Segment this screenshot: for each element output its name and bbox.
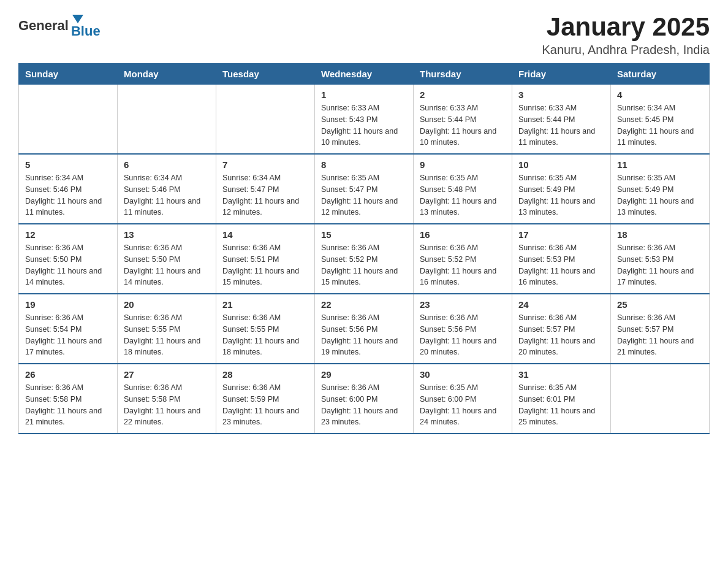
calendar-cell: 31Sunrise: 6:35 AMSunset: 6:01 PMDayligh…: [512, 364, 611, 434]
day-info: Sunrise: 6:35 AMSunset: 5:49 PMDaylight:…: [518, 172, 604, 218]
day-number: 27: [124, 369, 210, 380]
calendar-cell: 21Sunrise: 6:36 AMSunset: 5:55 PMDayligh…: [216, 294, 315, 364]
day-number: 7: [222, 159, 308, 170]
day-info: Sunrise: 6:36 AMSunset: 5:55 PMDaylight:…: [222, 312, 308, 358]
day-info: Sunrise: 6:35 AMSunset: 5:49 PMDaylight:…: [617, 172, 703, 218]
day-info: Sunrise: 6:36 AMSunset: 5:50 PMDaylight:…: [124, 242, 210, 288]
calendar-week-row: 19Sunrise: 6:36 AMSunset: 5:54 PMDayligh…: [19, 294, 710, 364]
calendar-cell: 14Sunrise: 6:36 AMSunset: 5:51 PMDayligh…: [216, 224, 315, 294]
title-block: January 2025 Kanuru, Andhra Pradesh, Ind…: [542, 12, 710, 57]
day-info: Sunrise: 6:36 AMSunset: 5:52 PMDaylight:…: [321, 242, 407, 288]
calendar-cell: 18Sunrise: 6:36 AMSunset: 5:53 PMDayligh…: [611, 224, 710, 294]
day-info: Sunrise: 6:36 AMSunset: 5:55 PMDaylight:…: [124, 312, 210, 358]
day-number: 21: [222, 299, 308, 310]
calendar-cell: [118, 85, 216, 155]
calendar-cell: [216, 85, 315, 155]
day-info: Sunrise: 6:36 AMSunset: 5:56 PMDaylight:…: [321, 312, 407, 358]
day-info: Sunrise: 6:33 AMSunset: 5:44 PMDaylight:…: [420, 102, 506, 148]
calendar-cell: [19, 85, 118, 155]
day-number: 12: [25, 229, 111, 240]
day-number: 3: [518, 90, 604, 100]
calendar-cell: 24Sunrise: 6:36 AMSunset: 5:57 PMDayligh…: [512, 294, 611, 364]
day-number: 23: [420, 299, 506, 310]
calendar-cell: 2Sunrise: 6:33 AMSunset: 5:44 PMDaylight…: [414, 85, 512, 155]
day-number: 16: [420, 229, 506, 240]
calendar-cell: 30Sunrise: 6:35 AMSunset: 6:00 PMDayligh…: [414, 364, 512, 434]
calendar-cell: 9Sunrise: 6:35 AMSunset: 5:48 PMDaylight…: [414, 154, 512, 224]
calendar-table: SundayMondayTuesdayWednesdayThursdayFrid…: [18, 63, 710, 434]
calendar-cell: 12Sunrise: 6:36 AMSunset: 5:50 PMDayligh…: [19, 224, 118, 294]
calendar-cell: 13Sunrise: 6:36 AMSunset: 5:50 PMDayligh…: [118, 224, 216, 294]
day-number: 9: [420, 159, 506, 170]
day-info: Sunrise: 6:36 AMSunset: 5:53 PMDaylight:…: [518, 242, 604, 288]
logo: General Blue: [18, 12, 100, 39]
day-info: Sunrise: 6:36 AMSunset: 5:56 PMDaylight:…: [420, 312, 506, 358]
calendar-cell: 8Sunrise: 6:35 AMSunset: 5:47 PMDaylight…: [315, 154, 414, 224]
day-number: 22: [321, 299, 407, 310]
weekday-header: Thursday: [414, 64, 512, 85]
day-number: 1: [321, 90, 407, 100]
day-info: Sunrise: 6:34 AMSunset: 5:47 PMDaylight:…: [222, 172, 308, 218]
day-info: Sunrise: 6:33 AMSunset: 5:43 PMDaylight:…: [321, 102, 407, 148]
day-info: Sunrise: 6:35 AMSunset: 5:48 PMDaylight:…: [420, 172, 506, 218]
day-info: Sunrise: 6:36 AMSunset: 5:57 PMDaylight:…: [518, 312, 604, 358]
day-info: Sunrise: 6:36 AMSunset: 5:52 PMDaylight:…: [420, 242, 506, 288]
day-info: Sunrise: 6:34 AMSunset: 5:46 PMDaylight:…: [25, 172, 111, 218]
day-number: 19: [25, 299, 111, 310]
calendar-cell: 22Sunrise: 6:36 AMSunset: 5:56 PMDayligh…: [315, 294, 414, 364]
day-number: 18: [617, 229, 703, 240]
day-number: 30: [420, 369, 506, 380]
calendar-cell: [611, 364, 710, 434]
calendar-cell: 6Sunrise: 6:34 AMSunset: 5:46 PMDaylight…: [118, 154, 216, 224]
calendar-week-row: 5Sunrise: 6:34 AMSunset: 5:46 PMDaylight…: [19, 154, 710, 224]
calendar-week-row: 1Sunrise: 6:33 AMSunset: 5:43 PMDaylight…: [19, 85, 710, 155]
day-info: Sunrise: 6:35 AMSunset: 6:00 PMDaylight:…: [420, 382, 506, 428]
logo-blue: Blue: [71, 23, 100, 39]
calendar-cell: 25Sunrise: 6:36 AMSunset: 5:57 PMDayligh…: [611, 294, 710, 364]
day-number: 4: [617, 90, 703, 100]
calendar-cell: 3Sunrise: 6:33 AMSunset: 5:44 PMDaylight…: [512, 85, 611, 155]
weekday-header: Friday: [512, 64, 611, 85]
logo-general: General: [18, 18, 69, 34]
day-info: Sunrise: 6:34 AMSunset: 5:46 PMDaylight:…: [124, 172, 210, 218]
day-info: Sunrise: 6:33 AMSunset: 5:44 PMDaylight:…: [518, 102, 604, 148]
day-number: 31: [518, 369, 604, 380]
day-info: Sunrise: 6:35 AMSunset: 6:01 PMDaylight:…: [518, 382, 604, 428]
day-info: Sunrise: 6:36 AMSunset: 6:00 PMDaylight:…: [321, 382, 407, 428]
calendar-cell: 10Sunrise: 6:35 AMSunset: 5:49 PMDayligh…: [512, 154, 611, 224]
calendar-cell: 1Sunrise: 6:33 AMSunset: 5:43 PMDaylight…: [315, 85, 414, 155]
day-number: 2: [420, 90, 506, 100]
weekday-header: Sunday: [19, 64, 118, 85]
day-number: 8: [321, 159, 407, 170]
calendar-cell: 19Sunrise: 6:36 AMSunset: 5:54 PMDayligh…: [19, 294, 118, 364]
calendar-cell: 4Sunrise: 6:34 AMSunset: 5:45 PMDaylight…: [611, 85, 710, 155]
weekday-header: Saturday: [611, 64, 710, 85]
day-info: Sunrise: 6:36 AMSunset: 5:50 PMDaylight:…: [25, 242, 111, 288]
day-number: 25: [617, 299, 703, 310]
month-year-title: January 2025: [542, 12, 710, 42]
day-number: 29: [321, 369, 407, 380]
day-number: 28: [222, 369, 308, 380]
location-subtitle: Kanuru, Andhra Pradesh, India: [542, 43, 710, 57]
day-info: Sunrise: 6:36 AMSunset: 5:58 PMDaylight:…: [124, 382, 210, 428]
day-number: 26: [25, 369, 111, 380]
calendar-week-row: 12Sunrise: 6:36 AMSunset: 5:50 PMDayligh…: [19, 224, 710, 294]
calendar-cell: 20Sunrise: 6:36 AMSunset: 5:55 PMDayligh…: [118, 294, 216, 364]
day-info: Sunrise: 6:36 AMSunset: 5:57 PMDaylight:…: [617, 312, 703, 358]
day-info: Sunrise: 6:36 AMSunset: 5:51 PMDaylight:…: [222, 242, 308, 288]
day-number: 10: [518, 159, 604, 170]
day-number: 20: [124, 299, 210, 310]
day-number: 13: [124, 229, 210, 240]
calendar-cell: 15Sunrise: 6:36 AMSunset: 5:52 PMDayligh…: [315, 224, 414, 294]
calendar-week-row: 26Sunrise: 6:36 AMSunset: 5:58 PMDayligh…: [19, 364, 710, 434]
day-info: Sunrise: 6:36 AMSunset: 5:59 PMDaylight:…: [222, 382, 308, 428]
day-info: Sunrise: 6:36 AMSunset: 5:53 PMDaylight:…: [617, 242, 703, 288]
weekday-header: Wednesday: [315, 64, 414, 85]
calendar-cell: 7Sunrise: 6:34 AMSunset: 5:47 PMDaylight…: [216, 154, 315, 224]
day-info: Sunrise: 6:36 AMSunset: 5:54 PMDaylight:…: [25, 312, 111, 358]
day-number: 11: [617, 159, 703, 170]
calendar-cell: 5Sunrise: 6:34 AMSunset: 5:46 PMDaylight…: [19, 154, 118, 224]
calendar-cell: 23Sunrise: 6:36 AMSunset: 5:56 PMDayligh…: [414, 294, 512, 364]
calendar-cell: 16Sunrise: 6:36 AMSunset: 5:52 PMDayligh…: [414, 224, 512, 294]
calendar-header-row: SundayMondayTuesdayWednesdayThursdayFrid…: [19, 64, 710, 85]
